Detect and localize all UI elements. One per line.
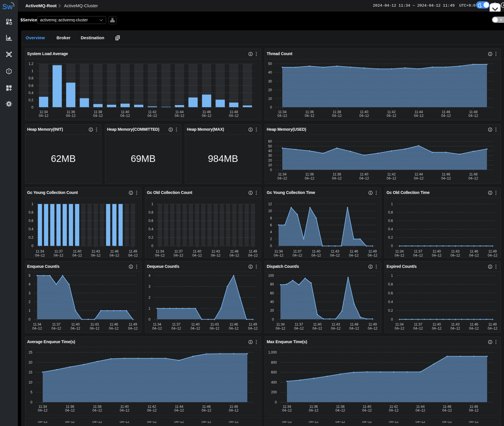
svg-text:0.2: 0.2 [388,309,393,313]
svg-text:04–12: 04–12 [387,114,396,118]
svg-text:04–12: 04–12 [192,253,202,257]
svg-text:11:38: 11:38 [93,405,101,409]
svg-text:11:46: 11:46 [202,405,210,409]
svg-text:11:34: 11:34 [36,249,44,253]
svg-text:0.4: 0.4 [29,227,33,231]
svg-text:11:37: 11:37 [295,322,303,326]
svg-text:4: 4 [270,230,272,234]
svg-text:11:49: 11:49 [249,322,257,326]
svg-text:04–12: 04–12 [174,253,183,257]
svg-text:04–12: 04–12 [294,326,304,330]
svg-text:11:37: 11:37 [414,249,422,253]
svg-text:4: 4 [29,282,31,286]
svg-text:0: 0 [29,317,31,322]
svg-text:40: 40 [268,70,272,74]
svg-text:04–12: 04–12 [305,176,315,180]
svg-text:04–12: 04–12 [277,114,287,118]
svg-text:04–12: 04–12 [349,253,359,257]
svg-text:0: 0 [391,317,393,322]
svg-text:04–12: 04–12 [368,326,378,330]
svg-text:3: 3 [148,285,151,289]
svg-text:11:43: 11:43 [451,249,459,253]
svg-text:0.8: 0.8 [388,210,393,214]
svg-text:04–12: 04–12 [90,326,99,330]
svg-text:04–12: 04–12 [331,326,341,330]
svg-text:04–12: 04–12 [32,326,42,330]
svg-text:1: 1 [151,202,153,206]
svg-text:11:40: 11:40 [73,249,81,253]
svg-text:10: 10 [268,163,272,167]
svg-text:04–12: 04–12 [469,326,479,330]
svg-text:04–12: 04–12 [152,326,162,330]
svg-text:0.6: 0.6 [388,219,393,223]
svg-text:8: 8 [270,216,272,220]
svg-text:11:34: 11:34 [40,110,48,114]
svg-text:04–12: 04–12 [313,326,322,330]
svg-text:40: 40 [268,149,272,153]
svg-text:11:46: 11:46 [470,249,478,253]
svg-text:11:40: 11:40 [312,249,320,253]
svg-text:04–12: 04–12 [120,114,130,118]
svg-text:11:48: 11:48 [230,110,238,114]
svg-text:11:48: 11:48 [470,405,478,409]
svg-text:04–12: 04–12 [202,408,211,412]
svg-text:11:46: 11:46 [230,249,238,253]
svg-text:11:36: 11:36 [67,110,75,114]
svg-text:04–12: 04–12 [109,326,119,330]
svg-text:04–12: 04–12 [293,253,302,257]
svg-text:11:44: 11:44 [175,110,184,114]
svg-text:11:49: 11:49 [129,249,137,253]
svg-text:04–12: 04–12 [65,408,75,412]
svg-text:04–12: 04–12 [332,114,342,118]
svg-text:04–12: 04–12 [128,326,138,330]
svg-text:20: 20 [270,309,274,313]
svg-text:04–12: 04–12 [174,408,184,412]
svg-text:0: 0 [31,244,33,248]
svg-text:11:46: 11:46 [110,249,119,253]
svg-text:04–12: 04–12 [414,176,424,180]
svg-text:04–12: 04–12 [450,326,460,330]
svg-text:1.2: 1.2 [29,62,33,66]
svg-text:04–12: 04–12 [305,114,315,118]
svg-text:04–12: 04–12 [413,326,423,330]
svg-text:11:36: 11:36 [309,405,318,409]
svg-text:11:34: 11:34 [278,110,286,114]
svg-text:04–12: 04–12 [93,114,103,118]
svg-text:2: 2 [148,296,151,300]
svg-text:04–12: 04–12 [277,176,287,180]
svg-text:0: 0 [275,400,277,404]
svg-text:04–12: 04–12 [442,408,452,412]
svg-text:11:34: 11:34 [155,249,164,253]
svg-text:04–12: 04–12 [229,114,239,118]
svg-text:11:36: 11:36 [305,172,314,176]
svg-text:04–12: 04–12 [441,114,451,118]
svg-text:11:34: 11:34 [395,322,403,326]
svg-text:04–12: 04–12 [394,253,404,257]
svg-text:04–12: 04–12 [93,408,102,412]
svg-text:04–12: 04–12 [394,326,404,330]
svg-text:11:37: 11:37 [414,322,422,326]
svg-text:04–12: 04–12 [229,408,239,412]
svg-text:04–12: 04–12 [441,176,451,180]
svg-text:0: 0 [270,105,272,109]
svg-text:11:37: 11:37 [54,249,63,253]
svg-text:0.2: 0.2 [29,98,33,102]
svg-text:04–12: 04–12 [110,253,119,257]
svg-text:20: 20 [268,88,272,92]
svg-text:11:40: 11:40 [71,322,80,326]
svg-text:11:46: 11:46 [229,322,238,326]
svg-text:0: 0 [272,317,274,322]
svg-text:04–12: 04–12 [469,253,479,257]
svg-text:04–12: 04–12 [155,253,165,257]
svg-text:04–12: 04–12 [171,326,181,330]
svg-text:04–12: 04–12 [276,326,285,330]
svg-text:04–12: 04–12 [202,114,212,118]
svg-text:0.6: 0.6 [148,219,153,223]
svg-text:11:42: 11:42 [387,110,396,114]
svg-text:11:46: 11:46 [202,110,211,114]
svg-text:04–12: 04–12 [282,408,292,412]
svg-text:11:44: 11:44 [415,172,423,176]
svg-text:04–12: 04–12 [488,326,497,330]
svg-text:60: 60 [268,139,272,143]
svg-text:400: 400 [271,380,277,384]
